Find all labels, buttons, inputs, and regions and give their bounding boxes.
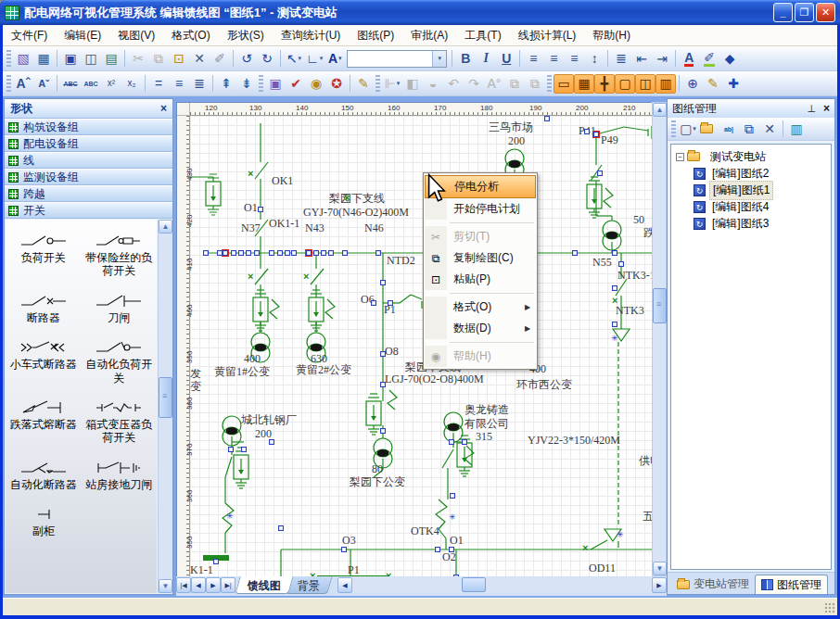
approve-check-icon[interactable]: ✔: [286, 74, 306, 94]
ruler-toggle-icon[interactable]: ▭: [554, 74, 574, 94]
pin-icon[interactable]: ⊥: [807, 103, 816, 115]
line-spacing-15-icon[interactable]: ≡: [169, 74, 189, 94]
page-setup-icon[interactable]: ◫: [635, 74, 655, 94]
shapes-scrollbar[interactable]: ▲ ▼: [158, 220, 172, 593]
last-page-icon[interactable]: ▶|: [221, 577, 235, 593]
selection-handle[interactable]: [321, 250, 326, 256]
selection-handle[interactable]: [341, 547, 347, 552]
save-icon[interactable]: ▣: [60, 49, 81, 69]
list-icon[interactable]: ≣: [611, 49, 631, 69]
tree-root[interactable]: −测试变电站: [673, 148, 829, 165]
guides-toggle-icon[interactable]: ╋: [594, 74, 615, 94]
copy-icon[interactable]: ⧉: [148, 49, 169, 69]
link-data-icon[interactable]: ▥: [655, 74, 676, 94]
move-tool-icon[interactable]: ✚: [723, 74, 744, 94]
shape-item[interactable]: 小车式断路器: [6, 339, 82, 385]
title-bar[interactable]: 配电网络可视化管理系统 编辑馈线图 “图纸1” - 测试变电站 _❐✕: [0, 0, 840, 25]
menu-item[interactable]: 文件(F): [3, 25, 56, 46]
selection-handle[interactable]: [597, 171, 603, 176]
page-tab[interactable]: 馈线图: [235, 576, 293, 594]
selection-handle[interactable]: [278, 525, 284, 531]
context-menu-item[interactable]: 格式(O)▶: [425, 297, 536, 318]
hscroll-left-icon[interactable]: ◀: [337, 577, 352, 593]
panel-tab[interactable]: 变电站管理: [671, 575, 755, 594]
selection-handle[interactable]: [371, 300, 376, 306]
print-icon[interactable]: ▤: [101, 49, 121, 69]
menu-item[interactable]: 审批(A): [402, 25, 456, 46]
selection-handle[interactable]: [306, 250, 312, 256]
context-menu-item[interactable]: ⧉复制绘图(C): [425, 247, 536, 269]
align-left-icon[interactable]: ≡: [523, 49, 543, 69]
menu-item[interactable]: 帮助(H): [584, 25, 639, 46]
selection-handle[interactable]: [572, 250, 578, 256]
italic-icon[interactable]: I: [476, 49, 496, 69]
new-drawing-icon[interactable]: ▢▾: [678, 120, 698, 139]
selection-handle[interactable]: [291, 250, 297, 256]
shape-item[interactable]: 跌落式熔断器: [6, 399, 82, 445]
bring-forward-icon[interactable]: ⧉: [504, 74, 525, 94]
selection-net-icon[interactable]: ▢: [615, 74, 635, 94]
selection-handle[interactable]: [213, 559, 219, 564]
selection-handle[interactable]: [380, 351, 386, 357]
selection-handle[interactable]: [238, 250, 244, 256]
align-shapes-icon[interactable]: ⊩▾: [382, 74, 402, 94]
scroll-up-icon[interactable]: ▲: [653, 103, 667, 117]
shape-item[interactable]: 自动化断路器: [6, 460, 82, 491]
minimize-button[interactable]: _: [773, 3, 793, 22]
shape-group-5[interactable]: 跨越: [5, 185, 172, 202]
menu-item[interactable]: 线损计算(L): [510, 25, 585, 46]
menu-item[interactable]: 图纸(P): [349, 25, 402, 46]
page-preview-icon[interactable]: ◫: [81, 49, 101, 69]
context-menu-item[interactable]: ◉帮助(H): [425, 346, 536, 367]
pointer-icon[interactable]: ↖▾: [284, 49, 304, 69]
selection-handle[interactable]: [612, 285, 617, 291]
shape-item[interactable]: 站房接地刀闸: [82, 460, 158, 491]
underline-icon[interactable]: U: [496, 49, 516, 69]
horizontal-scrollbar[interactable]: [352, 577, 652, 593]
panel-tab[interactable]: 图纸管理: [755, 575, 828, 594]
selection-handle[interactable]: [380, 382, 386, 387]
font-icon[interactable]: A▾: [325, 49, 345, 69]
shape-group-6[interactable]: 开关: [5, 202, 172, 219]
font-increase-icon[interactable]: Aˆ: [13, 74, 33, 94]
tree-item[interactable]: ↻[编辑]图纸2: [673, 165, 829, 182]
send-backward-icon[interactable]: ⧉: [525, 74, 545, 94]
collapse-icon[interactable]: −: [676, 153, 684, 161]
selection-handle[interactable]: [258, 207, 263, 212]
superscript-icon[interactable]: x²: [101, 74, 121, 94]
next-page-icon[interactable]: ▶: [206, 577, 221, 593]
selection-handle[interactable]: [449, 439, 454, 445]
selection-handle[interactable]: [228, 447, 234, 452]
scroll-thumb[interactable]: [653, 288, 667, 323]
tree-item[interactable]: ↻[编辑]图纸1: [673, 182, 829, 198]
note-edit-icon[interactable]: ✎: [353, 74, 374, 94]
grid-toggle-icon[interactable]: ▦: [574, 74, 594, 94]
format-brush-icon[interactable]: ✐: [210, 49, 230, 69]
scroll-thumb[interactable]: [462, 577, 486, 592]
highlight-icon[interactable]: ✐: [699, 49, 719, 69]
space-above-icon[interactable]: ⇞: [216, 74, 236, 94]
menu-item[interactable]: 格式(O): [163, 25, 218, 46]
menu-item[interactable]: 形状(S): [219, 25, 273, 46]
flip-horizontal-icon[interactable]: ◧: [402, 74, 423, 94]
subscript-icon[interactable]: x₂: [121, 74, 142, 94]
selection-handle[interactable]: [380, 280, 386, 285]
undo-icon[interactable]: ↺: [236, 49, 257, 69]
shape-item[interactable]: 负荷开关: [6, 233, 82, 278]
rotate-left-icon[interactable]: ↶: [443, 74, 464, 94]
tree-item[interactable]: ↻[编辑]图纸3: [673, 215, 829, 232]
menu-item[interactable]: 查询统计(U): [273, 25, 350, 46]
scroll-down-icon[interactable]: ▼: [159, 579, 172, 593]
menu-item[interactable]: 编辑(E): [56, 25, 109, 46]
selection-handle[interactable]: [612, 250, 617, 256]
shape-group-2[interactable]: 配电设备组: [5, 135, 172, 152]
shape-item[interactable]: 刀闸: [82, 293, 158, 324]
selection-handle[interactable]: [231, 250, 236, 256]
menu-item[interactable]: 视图(V): [109, 25, 163, 46]
paste-icon[interactable]: ⊡: [169, 49, 189, 69]
shape-item[interactable]: 箱式变压器负荷开关: [82, 399, 158, 445]
selection-handle[interactable]: [544, 116, 550, 121]
outdent-icon[interactable]: ⇤: [631, 49, 652, 69]
selection-handle[interactable]: [388, 300, 393, 306]
delete-drawing-icon[interactable]: ✕: [759, 120, 780, 139]
